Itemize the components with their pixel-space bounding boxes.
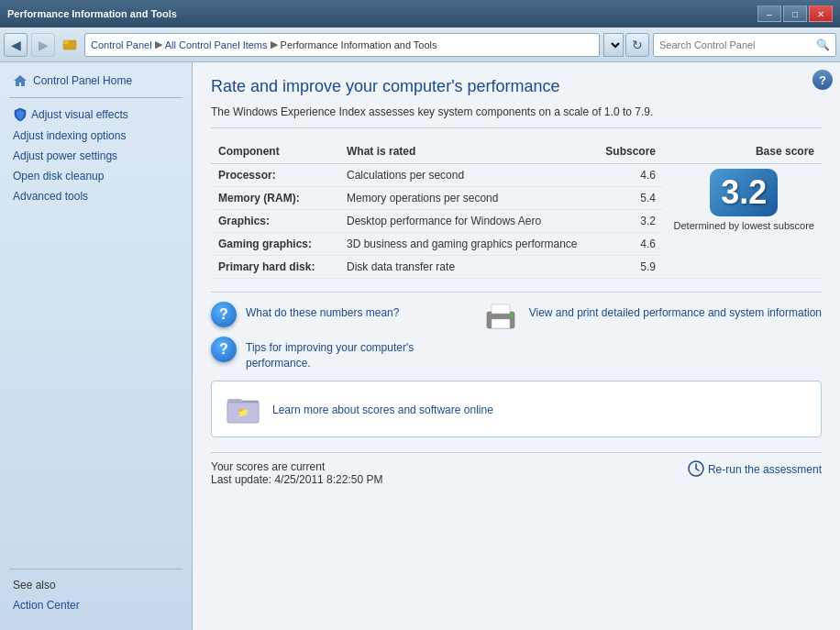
col-header-basescore: Base score: [663, 141, 822, 164]
sidebar-visual-effects-label: Adjust visual effects: [31, 108, 128, 121]
sidebar-item-power[interactable]: Adjust power settings: [0, 146, 192, 166]
component-gaming: Gaming graphics:: [211, 233, 339, 256]
scores-current-text: Your scores are current: [211, 460, 382, 473]
what-numbers-row: ? What do these numbers mean?: [211, 302, 463, 327]
learn-more-link[interactable]: Learn more about scores and software onl…: [272, 399, 493, 418]
base-score-cell: 3.2 Determined by lowest subscore: [663, 164, 822, 279]
rerun-button[interactable]: Re-run the assessment: [688, 460, 822, 480]
last-update-text: Last update: 4/25/2011 8:22:50 PM: [211, 473, 382, 486]
sidebar: Control Panel Home Adjust visual effects…: [0, 62, 193, 630]
sidebar-bottom-divider: [9, 569, 182, 569]
address-bar: ◀ ▶ Control Panel ▶ All Control Panel It…: [0, 28, 840, 62]
page-subtitle: The Windows Experience Index assesses ke…: [211, 105, 822, 128]
rated-gaming: 3D business and gaming graphics performa…: [339, 233, 590, 256]
window-controls: – □ ✕: [757, 6, 833, 22]
col-header-subscore: Subscore: [590, 141, 663, 164]
question-icon-1: ?: [211, 302, 237, 327]
tips-row: ? Tips for improving your computer's per…: [211, 337, 463, 371]
sidebar-item-visual-effects[interactable]: Adjust visual effects: [0, 104, 192, 126]
svg-text:📁: 📁: [238, 406, 249, 418]
table-row: Processor: Calculations per second 4.6 3…: [211, 164, 822, 187]
sidebar-item-advanced-tools[interactable]: Advanced tools: [0, 186, 192, 206]
subscore-disk: 5.9: [590, 256, 663, 279]
search-input[interactable]: [659, 39, 816, 50]
svg-rect-3: [492, 319, 510, 328]
subscore-processor: 4.6: [590, 164, 663, 187]
svg-rect-4: [492, 304, 510, 314]
sidebar-action-center[interactable]: Action Center: [0, 595, 192, 615]
content-inner: Rate and improve your computer's perform…: [193, 62, 840, 501]
rated-processor: Calculations per second: [339, 164, 590, 187]
address-dropdown[interactable]: [603, 33, 624, 57]
learn-more-box: 📁 Learn more about scores and software o…: [211, 381, 822, 437]
main-layout: Control Panel Home Adjust visual effects…: [0, 62, 840, 630]
printer-icon: [481, 302, 520, 333]
subscore-gaming: 4.6: [590, 233, 663, 256]
links-section: ? What do these numbers mean? ? Tips for…: [211, 292, 822, 486]
window-title: Performance Information and Tools: [7, 8, 177, 19]
rerun-icon: [688, 460, 704, 480]
breadcrumb-all-items[interactable]: All Control Panel Items: [165, 39, 268, 50]
svg-point-5: [510, 315, 514, 318]
links-right: View and print detailed performance and …: [481, 302, 822, 381]
determined-by-text: Determined by lowest subscore: [674, 220, 814, 231]
links-left: ? What do these numbers mean? ? Tips for…: [211, 302, 463, 381]
search-bar[interactable]: 🔍: [653, 33, 836, 57]
minimize-button[interactable]: –: [757, 6, 781, 22]
sidebar-divider: [9, 97, 182, 98]
folder-icon: 📁: [225, 391, 261, 427]
tips-link[interactable]: Tips for improving your computer's perfo…: [246, 337, 463, 371]
component-graphics: Graphics:: [211, 210, 339, 233]
links-two-col: ? What do these numbers mean? ? Tips for…: [211, 302, 822, 381]
base-score-box: 3.2: [710, 169, 778, 216]
print-link[interactable]: View and print detailed performance and …: [529, 302, 822, 321]
question-icon-2: ?: [211, 337, 237, 362]
rated-memory: Memory operations per second: [339, 187, 590, 210]
shield-icon: [13, 107, 28, 122]
search-icon[interactable]: 🔍: [816, 39, 830, 51]
title-bar: Performance Information and Tools – □ ✕: [0, 0, 840, 28]
rated-graphics: Desktop performance for Windows Aero: [339, 210, 590, 233]
refresh-button[interactable]: ↻: [625, 33, 649, 57]
component-disk: Primary hard disk:: [211, 256, 339, 279]
status-bar: Your scores are current Last update: 4/2…: [211, 452, 822, 486]
component-memory: Memory (RAM):: [211, 187, 339, 210]
base-score-number: 3.2: [721, 176, 767, 209]
help-button[interactable]: ?: [812, 70, 833, 90]
rated-disk: Disk data transfer rate: [339, 256, 590, 279]
see-also-label: See also: [0, 575, 192, 595]
svg-rect-1: [63, 40, 69, 44]
component-processor: Processor:: [211, 164, 339, 187]
back-button[interactable]: ◀: [4, 33, 28, 57]
rerun-label[interactable]: Re-run the assessment: [708, 463, 822, 476]
sidebar-bottom: See also Action Center: [0, 556, 192, 623]
location-icon: [61, 36, 79, 54]
performance-table: Component What is rated Subscore Base sc…: [211, 141, 822, 279]
home-icon: [13, 73, 28, 88]
breadcrumb-current: Performance Information and Tools: [281, 39, 437, 50]
sidebar-item-disk-cleanup[interactable]: Open disk cleanup: [0, 166, 192, 186]
subscore-memory: 5.4: [590, 187, 663, 210]
breadcrumb-control-panel[interactable]: Control Panel: [91, 39, 152, 50]
forward-button[interactable]: ▶: [31, 33, 55, 57]
address-bar-actions: ↻: [603, 33, 649, 57]
sidebar-home[interactable]: Control Panel Home: [0, 70, 192, 92]
breadcrumb[interactable]: Control Panel ▶ All Control Panel Items …: [84, 33, 600, 57]
col-header-rated: What is rated: [339, 141, 590, 164]
page-title: Rate and improve your computer's perform…: [211, 77, 822, 96]
col-header-component: Component: [211, 141, 339, 164]
maximize-button[interactable]: □: [783, 6, 807, 22]
subscore-graphics: 3.2: [590, 210, 663, 233]
sidebar-item-indexing[interactable]: Adjust indexing options: [0, 126, 192, 146]
status-info: Your scores are current Last update: 4/2…: [211, 460, 382, 486]
close-button[interactable]: ✕: [809, 6, 833, 22]
what-numbers-link[interactable]: What do these numbers mean?: [246, 302, 399, 321]
content-area: ? Rate and improve your computer's perfo…: [193, 62, 840, 630]
